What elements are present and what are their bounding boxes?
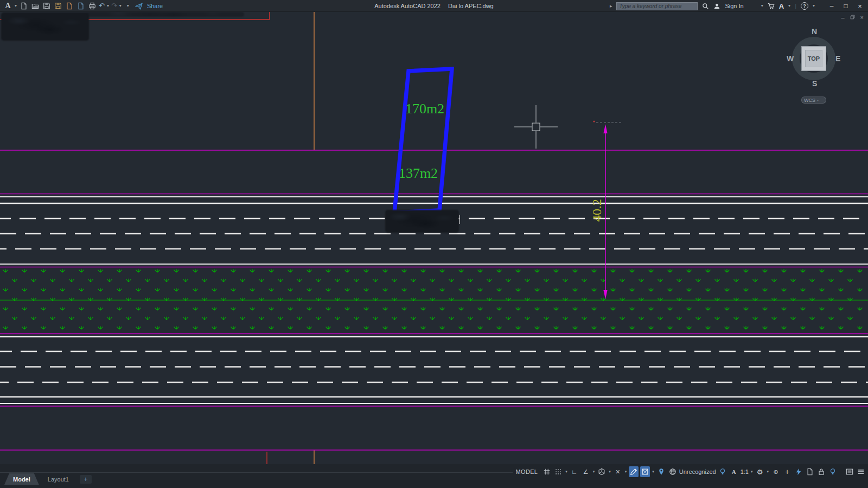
viewcube-top-label: TOP <box>808 55 820 62</box>
document-title: Dai lo APEC.dwg <box>448 3 494 9</box>
workspace-gear-icon[interactable]: ⚙ <box>755 466 764 477</box>
title-bar: A ▾ ↶ ▾ ↷ ▾ ▾ Share Autodesk AutoCAD 202… <box>0 0 868 12</box>
autocad-window: A ▾ ↶ ▾ ↷ ▾ ▾ Share Autodesk AutoCAD 202… <box>0 0 868 488</box>
redacted-region-road <box>385 210 459 233</box>
autodesk-logo-icon[interactable]: A <box>779 2 784 10</box>
snap-caret-icon[interactable]: ▾ <box>565 470 568 474</box>
search-expand-icon[interactable]: ▸ <box>610 4 612 9</box>
undo-icon[interactable]: ↶ <box>99 2 105 10</box>
workspace-caret-icon[interactable]: ▾ <box>766 470 769 474</box>
isodraft-icon[interactable] <box>597 466 607 477</box>
customize-icon[interactable] <box>856 466 866 477</box>
plot-icon[interactable] <box>87 1 97 10</box>
wcs-caret-icon: ▾ <box>817 98 819 102</box>
annotation-monitor-icon[interactable]: ⊕ <box>771 466 781 477</box>
osnap-caret-icon[interactable]: ▾ <box>652 470 655 474</box>
autodesk-caret-icon[interactable]: ▾ <box>788 4 790 8</box>
signin-caret-icon[interactable]: ▾ <box>761 4 763 8</box>
area-label-bottom[interactable]: 137m2 <box>399 165 438 181</box>
viewcube[interactable]: N W S E TOP <box>788 26 842 94</box>
viewcube-north[interactable]: N <box>812 27 817 36</box>
new-layout-button[interactable]: + <box>80 475 92 484</box>
doc-minimize-button[interactable]: – <box>841 14 844 21</box>
osnap-icon[interactable] <box>640 466 650 477</box>
title-divider: | <box>795 3 796 9</box>
plus-icon[interactable]: + <box>782 466 792 477</box>
wcs-selector[interactable]: WCS ▾ <box>801 97 826 104</box>
share-icon[interactable] <box>135 1 144 10</box>
dimension-text: 40.2 <box>590 199 604 222</box>
redacted-region-top-left <box>1 12 89 41</box>
save-web-mobile-icon[interactable] <box>65 1 74 10</box>
lock-ui-icon[interactable] <box>816 466 826 477</box>
sign-in-button[interactable]: Sign In <box>725 3 743 9</box>
bottom-bar: Model Layout1 + MODEL ▾ ∟ ∠ ▾ ▾ × ▾ ▾ Un… <box>0 464 868 488</box>
open-web-mobile-icon[interactable] <box>76 1 85 10</box>
scale-caret-icon[interactable]: ▾ <box>750 470 754 474</box>
search-icon[interactable] <box>702 3 709 10</box>
help-caret-icon[interactable]: ▾ <box>813 4 815 8</box>
user-icon[interactable] <box>713 3 720 10</box>
pencil-edit-icon[interactable] <box>629 466 639 477</box>
dimension-40-2[interactable]: 40.2 <box>590 120 622 299</box>
isodraft-caret-icon[interactable]: ▾ <box>608 470 611 474</box>
viewcube-top-face[interactable]: TOP <box>801 46 826 71</box>
annotation-scale-label[interactable]: 1:1 <box>741 468 749 475</box>
redacted-smear-top <box>87 12 244 17</box>
share-button[interactable]: Share <box>147 3 163 9</box>
cart-icon[interactable] <box>768 3 775 10</box>
document-window-controls: – × <box>841 14 864 21</box>
polar-tracking-icon[interactable]: ∠ <box>581 466 591 477</box>
save-icon[interactable] <box>42 1 51 10</box>
annotation-visibility-icon[interactable] <box>718 466 727 477</box>
snap-mode-icon[interactable] <box>553 466 563 477</box>
undo-caret-icon[interactable]: ▾ <box>107 4 109 8</box>
status-bar: MODEL ▾ ∟ ∠ ▾ ▾ × ▾ ▾ Unrecognized A 1:1… <box>513 465 866 478</box>
customize-qat-caret-icon[interactable]: ▾ <box>127 4 129 8</box>
maximize-button[interactable]: □ <box>841 2 851 10</box>
save-as-icon[interactable] <box>53 1 62 10</box>
app-menu-caret-icon[interactable]: ▾ <box>15 4 17 8</box>
minimize-button[interactable]: – <box>827 2 837 10</box>
tab-model[interactable]: Model <box>4 473 39 485</box>
geolocation-globe-icon[interactable] <box>668 466 678 477</box>
grid-display-icon[interactable] <box>542 466 552 477</box>
search-input[interactable] <box>616 2 698 10</box>
graphics-performance-icon[interactable] <box>794 466 803 477</box>
tab-layout1[interactable]: Layout1 <box>39 473 78 485</box>
model-space-indicator[interactable]: MODEL <box>513 468 541 475</box>
viewcube-west[interactable]: W <box>787 54 794 63</box>
model-space-canvas[interactable]: 170m2 137m2 40.2 <box>0 12 868 464</box>
geolocation-label[interactable]: Unrecognized <box>679 468 716 475</box>
viewcube-east[interactable]: E <box>835 54 840 63</box>
layout-tab-bar: Model Layout1 + <box>4 473 92 485</box>
app-menu-icon[interactable]: A <box>3 1 12 10</box>
redo-icon[interactable]: ↷ <box>111 2 117 10</box>
crosshair-cursor <box>514 105 558 149</box>
clean-screen-icon[interactable] <box>845 466 854 477</box>
otrack-caret-icon[interactable]: ▾ <box>624 470 628 474</box>
doc-restore-icon[interactable] <box>850 14 855 21</box>
app-title: Autodesk AutoCAD 2022 <box>374 3 441 9</box>
new-file-icon[interactable] <box>19 1 28 10</box>
redo-caret-icon[interactable]: ▾ <box>119 4 122 8</box>
close-button[interactable]: × <box>855 2 865 10</box>
parcel-outline[interactable] <box>394 69 452 213</box>
polar-caret-icon[interactable]: ▾ <box>592 470 596 474</box>
annotation-pin-icon[interactable] <box>656 466 666 477</box>
area-label-top[interactable]: 170m2 <box>405 101 444 117</box>
help-icon[interactable]: ? <box>801 2 808 10</box>
osnap-tracking-icon[interactable]: × <box>613 466 623 477</box>
ortho-mode-icon[interactable]: ∟ <box>570 466 579 477</box>
doc-close-button[interactable]: × <box>860 14 864 21</box>
grass-hatch-pattern[interactable] <box>3 269 862 329</box>
open-file-icon[interactable] <box>30 1 40 10</box>
wcs-label: WCS <box>804 98 815 103</box>
quick-properties-icon[interactable] <box>805 466 815 477</box>
quick-access-toolbar: A ▾ ↶ ▾ ↷ ▾ ▾ Share <box>0 1 163 10</box>
viewcube-south[interactable]: S <box>812 79 817 88</box>
isolate-objects-icon[interactable] <box>828 466 838 477</box>
annotation-autoscale-icon[interactable]: A <box>729 466 739 477</box>
